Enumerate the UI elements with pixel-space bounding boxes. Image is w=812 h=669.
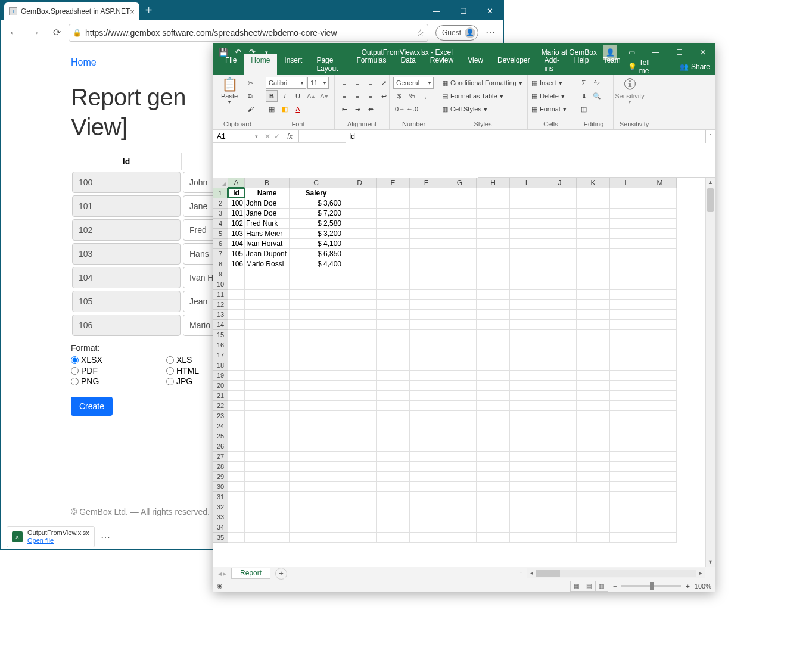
cell-D16[interactable] xyxy=(343,340,377,350)
paste-button[interactable]: 📋 Paste ▾ xyxy=(217,77,242,105)
cell-D14[interactable] xyxy=(343,320,377,330)
cell-M5[interactable] xyxy=(643,229,677,239)
row-header-23[interactable]: 23 xyxy=(213,411,228,421)
cell-J18[interactable] xyxy=(543,360,577,371)
cell-M7[interactable] xyxy=(643,249,677,259)
cut-icon[interactable]: ✂ xyxy=(244,77,256,89)
cell-H28[interactable] xyxy=(477,462,510,472)
cell-A35[interactable] xyxy=(228,533,245,543)
cell-C22[interactable] xyxy=(290,401,343,411)
cell-K2[interactable] xyxy=(577,198,610,209)
cell-A29[interactable] xyxy=(228,472,245,482)
cell-H34[interactable] xyxy=(477,522,510,533)
row-header-5[interactable]: 5 xyxy=(213,229,228,239)
cell-C14[interactable] xyxy=(290,320,343,330)
cell-A24[interactable] xyxy=(228,421,245,431)
row-header-21[interactable]: 21 xyxy=(213,391,228,401)
cell-H26[interactable] xyxy=(477,441,510,452)
cell-E28[interactable] xyxy=(377,462,410,472)
cell-E8[interactable] xyxy=(377,259,410,269)
cell-A11[interactable] xyxy=(228,290,245,300)
increase-font-icon[interactable]: A▴ xyxy=(305,90,317,102)
cell-A4[interactable]: 102 xyxy=(228,219,245,229)
cell-I27[interactable] xyxy=(510,452,543,462)
zoom-level[interactable]: 100% xyxy=(695,583,711,590)
cell-M32[interactable] xyxy=(643,502,677,512)
cell-I3[interactable] xyxy=(510,209,543,219)
merge-icon[interactable]: ⬌ xyxy=(365,103,377,115)
cell-E19[interactable] xyxy=(377,371,410,381)
cell-L26[interactable] xyxy=(610,441,643,452)
cell-M10[interactable] xyxy=(643,279,677,290)
cell-G35[interactable] xyxy=(443,533,477,543)
cell-L18[interactable] xyxy=(610,360,643,371)
cell-G28[interactable] xyxy=(443,462,477,472)
cell-M23[interactable] xyxy=(643,411,677,421)
cell-I2[interactable] xyxy=(510,198,543,209)
menu-button[interactable]: ⋯ xyxy=(481,23,500,42)
cell-G17[interactable] xyxy=(443,350,477,360)
cell-B35[interactable] xyxy=(245,533,290,543)
cell-G11[interactable] xyxy=(443,290,477,300)
cell-K32[interactable] xyxy=(577,502,610,512)
ribbon-tab-team[interactable]: Team xyxy=(596,54,627,75)
cell-D23[interactable] xyxy=(343,411,377,421)
cell-F9[interactable] xyxy=(410,269,443,279)
cell-E4[interactable] xyxy=(377,219,410,229)
cell-G20[interactable] xyxy=(443,381,477,391)
comma-icon[interactable]: , xyxy=(419,90,431,102)
cell-B23[interactable] xyxy=(245,411,290,421)
cell-L25[interactable] xyxy=(610,431,643,441)
cell-L14[interactable] xyxy=(610,320,643,330)
autosum-icon[interactable]: Σ xyxy=(578,77,590,89)
cell-G7[interactable] xyxy=(443,249,477,259)
cell-A28[interactable] xyxy=(228,462,245,472)
cell-J29[interactable] xyxy=(543,472,577,482)
cell-G19[interactable] xyxy=(443,371,477,381)
cell-D27[interactable] xyxy=(343,452,377,462)
cell-M22[interactable] xyxy=(643,401,677,411)
cell-K12[interactable] xyxy=(577,300,610,310)
cell-H31[interactable] xyxy=(477,492,510,502)
cell-I5[interactable] xyxy=(510,229,543,239)
cell-L32[interactable] xyxy=(610,502,643,512)
forward-button[interactable]: → xyxy=(26,23,45,42)
cell-K16[interactable] xyxy=(577,340,610,350)
cell-C30[interactable] xyxy=(290,482,343,492)
cell-H22[interactable] xyxy=(477,401,510,411)
cell-F22[interactable] xyxy=(410,401,443,411)
cell-M27[interactable] xyxy=(643,452,677,462)
cell-M19[interactable] xyxy=(643,371,677,381)
font-color-icon[interactable]: A xyxy=(292,103,304,115)
cell-M11[interactable] xyxy=(643,290,677,300)
cell-F5[interactable] xyxy=(410,229,443,239)
expand-formula-bar-icon[interactable]: ˄ xyxy=(705,130,715,143)
copy-icon[interactable]: ⧉ xyxy=(244,90,256,102)
cell-B1[interactable]: Name xyxy=(245,188,290,198)
cell-K6[interactable] xyxy=(577,239,610,249)
cell-E22[interactable] xyxy=(377,401,410,411)
cell-J4[interactable] xyxy=(543,219,577,229)
id-input-5[interactable] xyxy=(72,291,181,312)
cell-L22[interactable] xyxy=(610,401,643,411)
ribbon-tab-insert[interactable]: Insert xyxy=(277,54,309,75)
cell-E21[interactable] xyxy=(377,391,410,401)
cell-F26[interactable] xyxy=(410,441,443,452)
cell-A25[interactable] xyxy=(228,431,245,441)
cell-I21[interactable] xyxy=(510,391,543,401)
cell-B7[interactable]: Jean Dupont xyxy=(245,249,290,259)
align-top-icon[interactable]: ≡ xyxy=(338,77,350,89)
cell-L13[interactable] xyxy=(610,310,643,320)
cell-B30[interactable] xyxy=(245,482,290,492)
cell-H8[interactable] xyxy=(477,259,510,269)
cell-B9[interactable] xyxy=(245,269,290,279)
cell-B14[interactable] xyxy=(245,320,290,330)
align-middle-icon[interactable]: ≡ xyxy=(351,77,363,89)
cell-E6[interactable] xyxy=(377,239,410,249)
decrease-font-icon[interactable]: A▾ xyxy=(318,90,330,102)
cell-B19[interactable] xyxy=(245,371,290,381)
cell-C31[interactable] xyxy=(290,492,343,502)
cell-I15[interactable] xyxy=(510,330,543,340)
cell-B31[interactable] xyxy=(245,492,290,502)
cell-B3[interactable]: Jane Doe xyxy=(245,209,290,219)
